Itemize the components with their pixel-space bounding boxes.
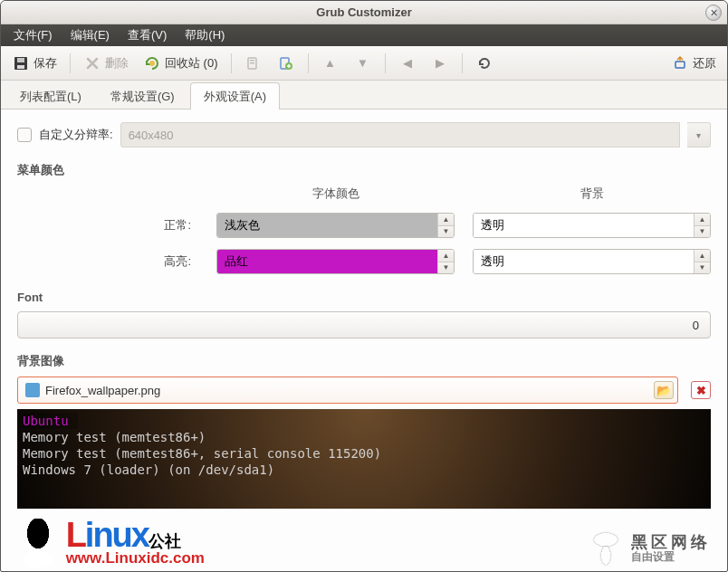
tabs: 列表配置(L) 常规设置(G) 外观设置(A): [1, 81, 727, 110]
forward-button[interactable]: ▶: [426, 51, 455, 76]
chevron-down-icon: ▾: [696, 130, 701, 140]
delete-icon: [83, 54, 101, 72]
restore-button[interactable]: 还原: [666, 51, 722, 76]
arrow-up-icon: ▲: [321, 54, 340, 72]
preview-line: Memory test (memtest86+, serial console …: [23, 445, 705, 462]
menu-file[interactable]: 文件(F): [5, 24, 62, 46]
tab-general-settings[interactable]: 常规设置(G): [97, 82, 188, 110]
move-up-button[interactable]: ▲: [316, 51, 345, 76]
column-header-font-color: 字体颜色: [216, 186, 455, 202]
menu-edit[interactable]: 编辑(E): [62, 24, 119, 46]
normal-bg-color-select[interactable]: 透明 ▲▼: [473, 213, 711, 238]
menu-colors-heading: 菜单颜色: [17, 162, 711, 178]
custom-resolution-checkbox[interactable]: [17, 128, 32, 142]
watermark-linuxidc: Linux公社 www.Linuxidc.com: [14, 516, 205, 567]
mushroom-icon: [586, 528, 626, 567]
bg-image-heading: 背景图像: [17, 353, 711, 369]
titlebar: Grub Customizer ✕: [1, 1, 727, 24]
toolbar-separator: [308, 53, 309, 73]
custom-resolution-label: 自定义分辩率:: [39, 127, 113, 143]
toolbar-separator: [70, 53, 71, 73]
refresh-icon: [475, 54, 493, 72]
tab-content-appearance: 自定义分辩率: 640x480 ▾ 菜单颜色 字体颜色 背景 正常: 浅灰色 ▲…: [1, 110, 727, 571]
select-spinner[interactable]: ▲▼: [694, 214, 710, 237]
normal-font-color-select[interactable]: 浅灰色 ▲▼: [216, 213, 455, 238]
menu-help[interactable]: 帮助(H): [176, 24, 234, 46]
tab-appearance[interactable]: 外观设置(A): [190, 82, 280, 110]
menu-view[interactable]: 查看(V): [119, 24, 176, 46]
close-icon: ✕: [710, 7, 718, 19]
preview-line: Windows 7 (loader) (on /dev/sda1): [23, 462, 705, 478]
toolbar-separator: [231, 53, 232, 73]
select-spinner[interactable]: ▲▼: [694, 250, 710, 273]
font-heading: Font: [17, 291, 711, 304]
refresh-button[interactable]: [470, 51, 499, 76]
color-swatch: 透明: [474, 214, 694, 237]
file-open-button[interactable]: 📂: [654, 381, 674, 399]
watermark-heiqu: 黑区网络 自由设置: [586, 528, 711, 567]
arrow-left-icon: ◀: [398, 54, 417, 72]
window-title: Grub Customizer: [1, 5, 727, 19]
svg-rect-1: [17, 58, 24, 62]
recyclebin-button[interactable]: 回收站 (0): [138, 51, 224, 76]
font-size-value: 0: [693, 319, 699, 332]
restore-icon: [671, 54, 689, 72]
arrow-down-icon: ▼: [354, 54, 372, 72]
toolbar-separator: [462, 53, 463, 73]
new-entry-icon: [277, 54, 295, 72]
recyclebin-icon: [143, 54, 161, 72]
highlight-bg-color-select[interactable]: 透明 ▲▼: [473, 249, 711, 274]
remove-icon: ✖: [696, 384, 706, 397]
tux-icon: [14, 519, 62, 567]
arrow-right-icon: ▶: [431, 54, 449, 72]
resolution-value: 640x480: [129, 129, 174, 142]
save-button[interactable]: 保存: [6, 51, 62, 76]
save-label: 保存: [34, 55, 57, 72]
svg-rect-5: [250, 60, 254, 62]
delete-label: 删除: [105, 55, 129, 72]
tab-list-config[interactable]: 列表配置(L): [6, 82, 95, 110]
color-swatch: 透明: [474, 250, 694, 273]
toolbar-separator: [385, 53, 386, 73]
delete-button[interactable]: 删除: [78, 51, 134, 76]
color-swatch: 品红: [217, 250, 437, 273]
menubar: 文件(F) 编辑(E) 查看(V) 帮助(H): [1, 24, 727, 46]
resolution-row: 自定义分辩率: 640x480 ▾: [17, 122, 711, 148]
row-label-normal: 正常:: [17, 217, 198, 234]
bg-image-filename: Firefox_wallpaper.png: [45, 384, 648, 397]
new-entry-button[interactable]: [272, 51, 301, 76]
color-swatch: 浅灰色: [217, 214, 437, 237]
font-chooser-button[interactable]: 0: [17, 311, 711, 338]
back-button[interactable]: ◀: [393, 51, 422, 76]
edit-entry-icon: [244, 54, 263, 72]
column-header-background: 背景: [473, 186, 711, 202]
move-down-button[interactable]: ▼: [349, 51, 378, 76]
bg-image-remove-button[interactable]: ✖: [691, 381, 711, 399]
resolution-dropdown-button[interactable]: ▾: [687, 122, 711, 148]
select-spinner[interactable]: ▲▼: [437, 250, 454, 273]
image-file-icon: [25, 383, 40, 397]
restore-label: 还原: [693, 55, 716, 72]
resolution-input[interactable]: 640x480: [120, 122, 680, 148]
select-spinner[interactable]: ▲▼: [437, 214, 454, 237]
row-label-highlight: 高亮:: [17, 253, 198, 270]
recyclebin-label: 回收站 (0): [165, 55, 218, 72]
svg-rect-6: [250, 62, 254, 64]
window-close-button[interactable]: ✕: [705, 5, 722, 21]
grub-preview: Ubuntu Memory test (memtest86+) Memory t…: [17, 409, 711, 509]
svg-rect-2: [17, 65, 24, 69]
edit-entry-button[interactable]: [239, 51, 268, 76]
preview-highlighted-entry: Ubuntu: [23, 413, 78, 429]
svg-rect-9: [675, 62, 685, 68]
svg-point-3: [149, 61, 155, 66]
bg-image-file-chooser[interactable]: Firefox_wallpaper.png 📂: [17, 377, 678, 404]
folder-icon: 📂: [656, 384, 671, 397]
toolbar: 保存 删除 回收站 (0) ▲: [1, 46, 727, 81]
preview-line: Memory test (memtest86+): [23, 429, 705, 445]
save-icon: [12, 54, 30, 72]
highlight-font-color-select[interactable]: 品红 ▲▼: [216, 249, 455, 274]
